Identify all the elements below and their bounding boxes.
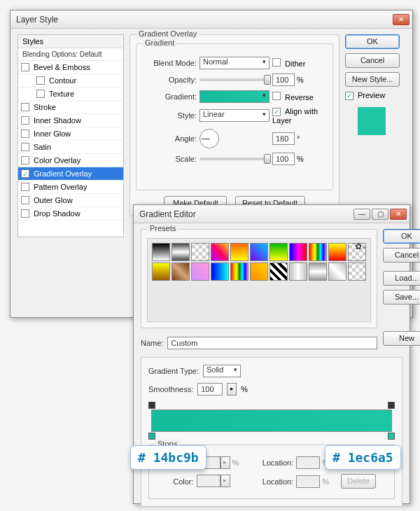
presets-grid-container: ✿₊ bbox=[147, 238, 371, 322]
style-checkbox[interactable] bbox=[21, 143, 29, 151]
preset-swatch[interactable] bbox=[230, 243, 248, 261]
style-row-contour[interactable]: Contour bbox=[18, 74, 123, 88]
cancel-button[interactable]: Cancel bbox=[345, 53, 400, 68]
scale-slider[interactable] bbox=[200, 158, 270, 160]
preset-swatch[interactable] bbox=[191, 243, 209, 261]
style-row-bevel-emboss[interactable]: Bevel & Emboss bbox=[18, 61, 123, 74]
style-checkbox[interactable] bbox=[21, 63, 29, 71]
style-label: Bevel & Emboss bbox=[34, 63, 90, 71]
style-checkbox[interactable] bbox=[21, 156, 29, 164]
preset-swatch[interactable] bbox=[152, 243, 170, 261]
reverse-checkbox[interactable] bbox=[272, 92, 281, 100]
preset-swatch[interactable] bbox=[172, 262, 190, 281]
style-checkbox[interactable] bbox=[21, 209, 29, 218]
preset-swatch[interactable] bbox=[270, 262, 288, 281]
style-checkbox[interactable] bbox=[21, 130, 29, 138]
style-row-stroke[interactable]: Stroke bbox=[18, 101, 123, 114]
style-row-inner-shadow[interactable]: Inner Shadow bbox=[18, 114, 123, 127]
smoothness-input[interactable] bbox=[197, 383, 223, 396]
angle-input[interactable] bbox=[272, 132, 295, 145]
style-row-inner-glow[interactable]: Inner Glow bbox=[18, 127, 123, 141]
style-checkbox[interactable] bbox=[21, 183, 29, 191]
gradient-swatch-select[interactable] bbox=[200, 90, 270, 103]
preset-swatch[interactable] bbox=[250, 243, 268, 261]
styles-header[interactable]: Styles bbox=[18, 35, 123, 48]
preview-label: Preview bbox=[358, 91, 385, 99]
opacity-stop-right[interactable] bbox=[388, 402, 395, 409]
preset-swatch[interactable] bbox=[348, 262, 366, 281]
style-checkbox[interactable] bbox=[36, 76, 45, 85]
gradient-type-label: Gradient Type: bbox=[148, 367, 199, 375]
gradient-editor-titlebar[interactable]: Gradient Editor — ▢ ✕ bbox=[134, 205, 410, 223]
style-row-texture[interactable]: Texture bbox=[18, 88, 123, 101]
smoothness-stepper[interactable]: ▸ bbox=[227, 383, 237, 396]
presets-legend: Presets bbox=[147, 224, 178, 232]
name-input[interactable] bbox=[167, 337, 377, 349]
gradient-label: Gradient: bbox=[145, 90, 197, 103]
style-row-outer-glow[interactable]: Outer Glow bbox=[18, 194, 123, 207]
preset-swatch[interactable] bbox=[250, 262, 268, 281]
minimize-icon[interactable]: — bbox=[354, 209, 370, 220]
stop-location-input-2 bbox=[296, 475, 320, 488]
styles-list: Styles Blending Options: Default Bevel &… bbox=[18, 34, 124, 237]
ge-cancel-button[interactable]: Cancel bbox=[383, 248, 420, 262]
style-checkbox[interactable] bbox=[21, 196, 29, 204]
color-stop-right[interactable] bbox=[388, 433, 395, 440]
maximize-icon[interactable]: ▢ bbox=[372, 209, 388, 220]
dither-checkbox[interactable] bbox=[272, 58, 281, 66]
preset-swatch[interactable] bbox=[211, 243, 229, 261]
style-checkbox[interactable] bbox=[21, 116, 29, 125]
ok-button[interactable]: OK bbox=[345, 34, 400, 49]
style-row-color-overlay[interactable]: Color Overlay bbox=[18, 154, 123, 167]
new-style-button[interactable]: New Style... bbox=[345, 72, 400, 87]
color-stop-left[interactable] bbox=[148, 433, 155, 440]
close-icon[interactable]: ✕ bbox=[390, 209, 407, 220]
ge-new-button[interactable]: New bbox=[383, 331, 420, 346]
preset-swatch[interactable] bbox=[270, 243, 288, 261]
preset-swatch[interactable] bbox=[191, 262, 209, 281]
gradient-bar[interactable] bbox=[151, 410, 392, 432]
preset-swatch[interactable] bbox=[289, 262, 307, 281]
ge-ok-button[interactable]: OK bbox=[383, 229, 420, 244]
preset-swatch[interactable] bbox=[309, 243, 327, 261]
style-row-gradient-overlay[interactable]: ✓Gradient Overlay bbox=[18, 167, 123, 181]
style-row-satin[interactable]: Satin bbox=[18, 141, 123, 154]
opacity-input[interactable] bbox=[272, 74, 295, 86]
gradient-type-select[interactable]: Solid bbox=[203, 365, 241, 377]
opacity-stop-left[interactable] bbox=[148, 402, 155, 409]
scale-input[interactable] bbox=[272, 153, 295, 165]
preview-checkbox[interactable]: ✓ bbox=[345, 92, 354, 100]
align-checkbox[interactable]: ✓ bbox=[272, 108, 281, 116]
style-label: Satin bbox=[34, 143, 51, 151]
style-select[interactable]: Linear bbox=[200, 109, 270, 122]
preset-swatch[interactable] bbox=[172, 243, 190, 261]
opacity-slider[interactable] bbox=[200, 78, 270, 81]
close-icon[interactable]: ✕ bbox=[393, 14, 410, 25]
style-row-drop-shadow[interactable]: Drop Shadow bbox=[18, 207, 123, 220]
style-row-pattern-overlay[interactable]: Pattern Overlay bbox=[18, 181, 123, 194]
preset-swatch[interactable] bbox=[211, 262, 229, 281]
style-checkbox[interactable]: ✓ bbox=[21, 169, 29, 178]
ge-save-button[interactable]: Save... bbox=[383, 290, 420, 304]
gear-icon[interactable]: ✿₊ bbox=[355, 241, 366, 251]
style-checkbox[interactable] bbox=[21, 103, 29, 111]
preview-swatch bbox=[358, 107, 386, 135]
preset-swatch[interactable] bbox=[230, 262, 248, 281]
preset-swatch[interactable] bbox=[328, 262, 346, 281]
style-label: Outer Glow bbox=[34, 196, 73, 204]
preset-swatch[interactable] bbox=[289, 243, 307, 261]
style-label: Gradient Overlay bbox=[34, 169, 92, 178]
gradient-group: Gradient Blend Mode: Normal Dither Opaci… bbox=[136, 43, 333, 190]
angle-dial[interactable] bbox=[200, 129, 219, 148]
blending-options-row[interactable]: Blending Options: Default bbox=[18, 48, 123, 61]
stop-location-input-1 bbox=[296, 456, 320, 469]
layer-style-titlebar[interactable]: Layer Style ✕ bbox=[10, 10, 412, 29]
preset-swatch[interactable] bbox=[328, 243, 346, 261]
preset-swatch[interactable] bbox=[309, 262, 327, 281]
blendmode-select[interactable]: Normal bbox=[200, 57, 270, 69]
style-checkbox[interactable] bbox=[36, 90, 45, 98]
ge-load-button[interactable]: Load... bbox=[383, 271, 420, 286]
preset-swatch[interactable] bbox=[152, 262, 170, 281]
dither-label: Dither bbox=[285, 59, 305, 68]
gradient-editor-title: Gradient Editor bbox=[139, 209, 352, 219]
